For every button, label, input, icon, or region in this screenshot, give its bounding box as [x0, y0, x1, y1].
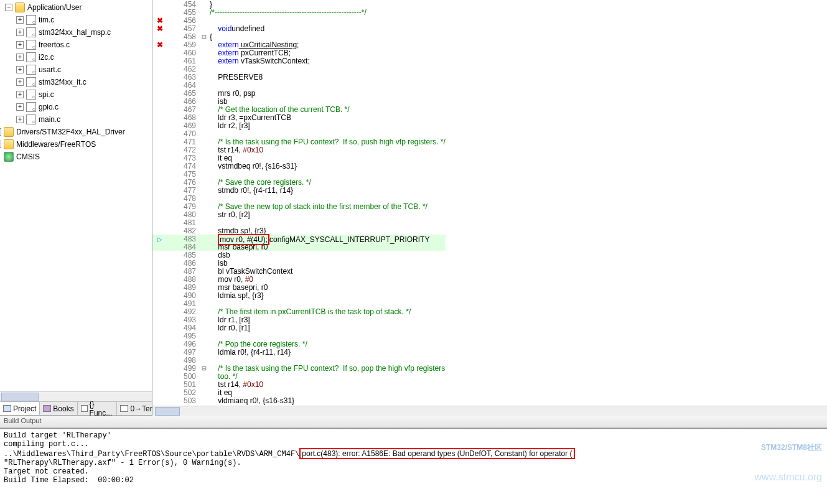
fold-toggle[interactable]	[200, 251, 208, 259]
fold-toggle[interactable]	[200, 396, 208, 404]
fold-toggle[interactable]	[200, 186, 208, 194]
tree-file[interactable]: + freertos.c	[16, 39, 152, 51]
code-line[interactable]: mrs r0, psp	[208, 89, 446, 97]
code-line[interactable]	[208, 299, 446, 307]
code-line[interactable]: tst r14, #0x10	[208, 380, 446, 388]
fold-toggle[interactable]	[200, 24, 208, 32]
code-line[interactable]: extern pxCurrentTCB;	[208, 49, 446, 57]
expand-icon[interactable]: +	[16, 16, 24, 24]
fold-toggle[interactable]	[200, 324, 208, 332]
fold-toggle[interactable]	[200, 154, 208, 162]
expand-icon[interactable]: +	[16, 54, 24, 61]
tree-file[interactable]: + i2c.c	[16, 51, 152, 63]
tree-folder[interactable]: + Middlewares/FreeRTOS	[0, 138, 152, 151]
fold-toggle[interactable]	[200, 388, 208, 396]
fold-toggle[interactable]	[200, 40, 208, 49]
expand-icon[interactable]: +	[16, 66, 24, 73]
code-line[interactable]: ldr r2, [r3]	[208, 121, 446, 129]
tree-file[interactable]: + spi.c	[16, 88, 152, 101]
code-line[interactable]	[208, 81, 446, 89]
code-line[interactable]: PRESERVE8	[208, 73, 446, 81]
fold-toggle[interactable]	[200, 97, 208, 105]
code-line[interactable]: /* The first item in pxCurrentTCB is the…	[208, 307, 446, 315]
code-line[interactable]	[208, 194, 446, 202]
code-line[interactable]: /* Is the task using the FPU context? If…	[208, 364, 446, 372]
code-line[interactable]: bl vTaskSwitchContext	[208, 267, 446, 275]
build-output[interactable]: Build target 'RLTherapy' compiling port.…	[0, 428, 827, 504]
tree-folder-app-user[interactable]: − Application/User	[5, 1, 152, 14]
error-marker-icon[interactable]: ✖	[157, 40, 163, 49]
code-line[interactable]: /* Pop the core registers. */	[208, 340, 446, 348]
tree-file[interactable]: + usart.c	[16, 63, 152, 76]
fold-toggle[interactable]	[200, 65, 208, 73]
fold-toggle[interactable]	[200, 307, 208, 315]
fold-toggle[interactable]	[200, 16, 208, 24]
fold-toggle[interactable]	[200, 267, 208, 275]
fold-toggle[interactable]	[200, 121, 208, 129]
tree-file[interactable]: + gpio.c	[16, 101, 152, 113]
fold-toggle[interactable]	[200, 291, 208, 299]
sidebar-tab-books[interactable]: Books	[40, 402, 77, 415]
code-line[interactable]: /* Is the task using the FPU context? If…	[208, 138, 446, 146]
fold-toggle[interactable]	[200, 348, 208, 356]
fold-toggle[interactable]	[200, 218, 208, 226]
code-line[interactable]: vstmdbeq r0!, {s16-s31}	[208, 162, 446, 170]
code-line[interactable]: ldr r0, [r1]	[208, 324, 446, 332]
code-line[interactable]: /* Get the location of the current TCB. …	[208, 105, 446, 113]
code-line[interactable]: ldr r3, =pxCurrentTCB	[208, 113, 446, 121]
tree-pack[interactable]: CMSIS	[0, 151, 152, 163]
code-line[interactable]	[208, 218, 446, 226]
tree-file[interactable]: + main.c	[16, 113, 152, 126]
fold-toggle[interactable]	[200, 129, 208, 138]
expand-icon[interactable]: +	[0, 128, 1, 136]
code-line[interactable]	[208, 129, 446, 138]
code-line[interactable]: }	[208, 0, 446, 8]
code-line[interactable]: ldmia r0!, {r4-r11, r14}	[208, 348, 446, 356]
code-line[interactable]: extern uxCriticalNesting;	[208, 40, 446, 49]
expand-icon[interactable]: +	[16, 41, 24, 49]
code-line[interactable]: extern vTaskSwitchContext;	[208, 57, 446, 65]
fold-toggle[interactable]	[200, 315, 208, 324]
fold-toggle[interactable]	[200, 138, 208, 146]
fold-toggle[interactable]	[200, 275, 208, 283]
code-line[interactable]: {	[208, 32, 446, 40]
editor-h-scrollbar[interactable]	[152, 406, 827, 416]
expand-icon[interactable]: +	[16, 91, 24, 98]
tree-folder[interactable]: + Drivers/STM32F4xx_HAL_Driver	[0, 126, 152, 138]
fold-toggle[interactable]	[200, 49, 208, 57]
fold-toggle[interactable]	[200, 178, 208, 186]
code-line[interactable]: msr basepri, r0	[208, 283, 446, 291]
fold-toggle[interactable]	[200, 283, 208, 291]
code-line[interactable]: mov r0, #0	[208, 275, 446, 283]
code-line[interactable]	[208, 65, 446, 73]
fold-toggle[interactable]	[200, 170, 208, 178]
fold-toggle[interactable]	[200, 0, 208, 8]
fold-toggle[interactable]	[200, 8, 208, 16]
fold-toggle[interactable]: ⊟	[200, 32, 208, 40]
code-line[interactable]: str r0, [r2]	[208, 210, 446, 218]
fold-toggle[interactable]	[200, 340, 208, 348]
code-line[interactable]: voidundefined	[208, 24, 446, 32]
fold-toggle[interactable]	[200, 299, 208, 307]
code-line[interactable]: tst r14, #0x10	[208, 146, 446, 154]
sidebar-tab-func[interactable]: {} Func...	[78, 402, 118, 415]
fold-toggle[interactable]	[200, 57, 208, 65]
expand-icon[interactable]: +	[16, 116, 24, 123]
fold-toggle[interactable]: ⊟	[200, 364, 208, 372]
fold-toggle[interactable]	[200, 356, 208, 364]
code-line[interactable]: stmdb r0!, {r4-r11, r14}	[208, 186, 446, 194]
code-line[interactable]: it eq	[208, 388, 446, 396]
fold-toggle[interactable]	[200, 81, 208, 89]
fold-toggle[interactable]	[200, 105, 208, 113]
code-line[interactable]	[208, 356, 446, 364]
error-marker-icon[interactable]: ✖	[157, 24, 163, 33]
fold-toggle[interactable]	[200, 235, 208, 243]
fold-toggle[interactable]	[200, 380, 208, 388]
fold-toggle[interactable]	[200, 89, 208, 97]
fold-toggle[interactable]	[200, 243, 208, 251]
code-line[interactable]: /* Save the core registers. */	[208, 178, 446, 186]
fold-toggle[interactable]	[200, 226, 208, 235]
code-line[interactable]: vldmiaeq r0!, {s16-s31}	[208, 396, 446, 404]
fold-toggle[interactable]	[200, 73, 208, 81]
fold-toggle[interactable]	[200, 113, 208, 121]
